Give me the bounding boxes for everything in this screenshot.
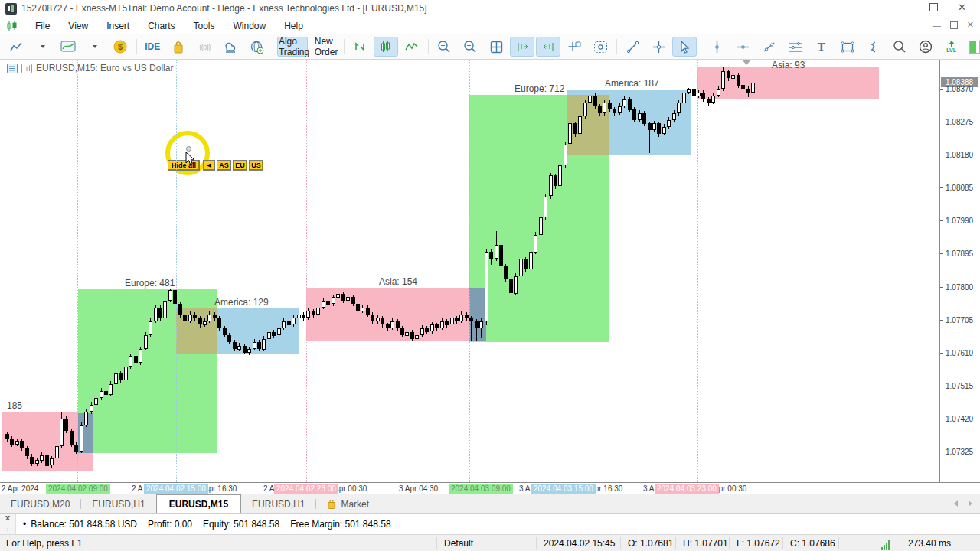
session-time-chip: 2024.04.03 23:00: [655, 484, 719, 494]
profile-button[interactable]: [913, 37, 938, 57]
objects-more-button[interactable]: [861, 37, 886, 57]
horizontal-line-tool[interactable]: [731, 37, 756, 57]
tab-eurusd-m20[interactable]: EURUSD,M20: [0, 494, 80, 514]
ohlc-icon[interactable]: [21, 64, 32, 73]
chevron-down-icon: [41, 45, 45, 48]
signals-button[interactable]: ((o)): [192, 37, 217, 57]
trendline-tool[interactable]: [757, 37, 782, 57]
line-tool-button[interactable]: [620, 37, 645, 57]
text-tool-button[interactable]: T: [809, 37, 834, 57]
tab-market[interactable]: Market: [316, 494, 380, 514]
crosshair-tool-button[interactable]: [646, 37, 671, 57]
vertical-line-tool[interactable]: [705, 37, 730, 57]
indicators-dropdown[interactable]: [82, 37, 106, 57]
menu-view[interactable]: View: [59, 18, 97, 34]
chart-menu-icon[interactable]: [7, 64, 18, 73]
candle: [217, 318, 221, 328]
menu-file[interactable]: File: [26, 18, 59, 34]
ping-value[interactable]: 273.40 ms: [908, 538, 951, 549]
candle: [84, 412, 88, 425]
tab-eurusd-h1[interactable]: EURUSD,H1: [81, 494, 155, 514]
chart-shift-button[interactable]: [536, 37, 560, 57]
tab-eurusd-m15[interactable]: EURUSD,M15: [156, 494, 241, 514]
tab-eurusd-h1-2[interactable]: EURUSD,H1: [241, 494, 315, 514]
chart-plot-area[interactable]: EURUSD,M15: Euro vs US Dollar Hide all ◀…: [2, 60, 940, 482]
title-bar[interactable]: 152708727 - Exness-MT5Trial: Demo Accoun…: [0, 0, 980, 17]
toolbox-close-button[interactable]: x: [0, 514, 15, 522]
bar-chart-mode-button[interactable]: [374, 37, 398, 57]
profit-label: Profit:: [148, 519, 172, 530]
zoom-in-button[interactable]: [432, 37, 456, 57]
menu-tools[interactable]: Tools: [185, 18, 224, 34]
cloud-button[interactable]: [218, 37, 243, 57]
screenshot-button[interactable]: [588, 37, 612, 57]
status-bar: For Help, press F1 Default 2024.04.02 15…: [0, 534, 980, 551]
profile-name[interactable]: Default: [444, 538, 473, 549]
chart-type-button[interactable]: [4, 37, 28, 57]
candle: [499, 245, 503, 266]
session-time-chip: 2024.04.03 15:00: [531, 484, 596, 494]
child-minimize-button[interactable]: —: [933, 21, 941, 30]
line-chart-mode-button[interactable]: [400, 37, 424, 57]
channel-tool[interactable]: [783, 37, 808, 57]
bar-high: H: 1.07701: [683, 538, 728, 549]
restore-button[interactable]: [929, 3, 938, 11]
candle: [124, 367, 128, 380]
candle: [465, 315, 469, 318]
close-button[interactable]: ✕: [958, 2, 966, 13]
candle: [173, 290, 177, 304]
shapes-tool-button[interactable]: [835, 37, 860, 57]
new-order-button[interactable]: New Order: [309, 37, 340, 57]
prev-session-button[interactable]: ◀: [203, 160, 215, 171]
account-summary[interactable]: • Balance: 501 848.58 USD Profit: 0.00 E…: [23, 519, 397, 530]
auto-scroll-button[interactable]: [510, 37, 534, 57]
candle: [20, 441, 24, 448]
candle: [485, 252, 488, 321]
crosshair-note-button[interactable]: [562, 37, 586, 57]
minimize-button[interactable]: —: [900, 2, 910, 13]
menu-window[interactable]: Window: [224, 18, 276, 34]
margin-level-button[interactable]: LVL: [939, 37, 964, 57]
candle: [158, 308, 162, 318]
price-axis[interactable]: 1.08388 1.083701.082751.081801.080851.07…: [939, 60, 980, 482]
us-session-button[interactable]: US: [249, 160, 263, 171]
zoom-out-button[interactable]: [458, 37, 482, 57]
community-button[interactable]: [244, 37, 269, 57]
help-hint: For Help, press F1: [6, 538, 82, 549]
price-tick: [940, 353, 943, 354]
europe-session-button[interactable]: EU: [233, 160, 247, 171]
time-axis[interactable]: 2 Apr 20242 AApr 16:302 AApr 00:303 Apr …: [0, 482, 980, 494]
price-tick: [940, 89, 943, 90]
chart-type-dropdown[interactable]: [30, 37, 54, 57]
time-label: 3 Apr 04:30: [399, 484, 438, 493]
tabs-scroll-left[interactable]: [954, 500, 958, 507]
balance-value: 501 848.58 USD: [69, 519, 137, 530]
algo-trading-button[interactable]: Algo Trading: [277, 37, 308, 57]
child-restore-button[interactable]: [950, 21, 958, 29]
tabs-scroll-right[interactable]: [969, 500, 972, 507]
child-close-button[interactable]: ✕: [967, 20, 974, 30]
candle: [223, 328, 227, 335]
price-tick: [940, 220, 943, 221]
cursor-tool-button[interactable]: [672, 37, 697, 57]
menu-help[interactable]: Help: [275, 18, 312, 34]
time-label: 2 Apr 2024: [2, 484, 38, 493]
menu-insert[interactable]: Insert: [97, 18, 139, 34]
time-label: 2 A: [132, 484, 142, 493]
menu-bar: File View Insert Charts Tools Window Hel…: [0, 17, 980, 35]
asia-session-button[interactable]: AS: [217, 160, 231, 171]
candle: [612, 109, 616, 113]
ide-button[interactable]: IDE: [140, 37, 165, 57]
menu-charts[interactable]: Charts: [139, 18, 184, 34]
tile-windows-button[interactable]: [484, 37, 508, 57]
indicators-button[interactable]: [56, 37, 80, 57]
candle: [287, 321, 291, 325]
candle: [134, 356, 138, 363]
toolbox-grip[interactable]: x ⋮: [0, 514, 16, 535]
deposit-button[interactable]: $: [108, 37, 132, 57]
arrow-up-icon: [948, 41, 956, 47]
candle: [297, 315, 301, 318]
tick-chart-button[interactable]: [348, 37, 372, 57]
market-bag-button[interactable]: [166, 37, 191, 57]
search-button[interactable]: [887, 37, 912, 57]
